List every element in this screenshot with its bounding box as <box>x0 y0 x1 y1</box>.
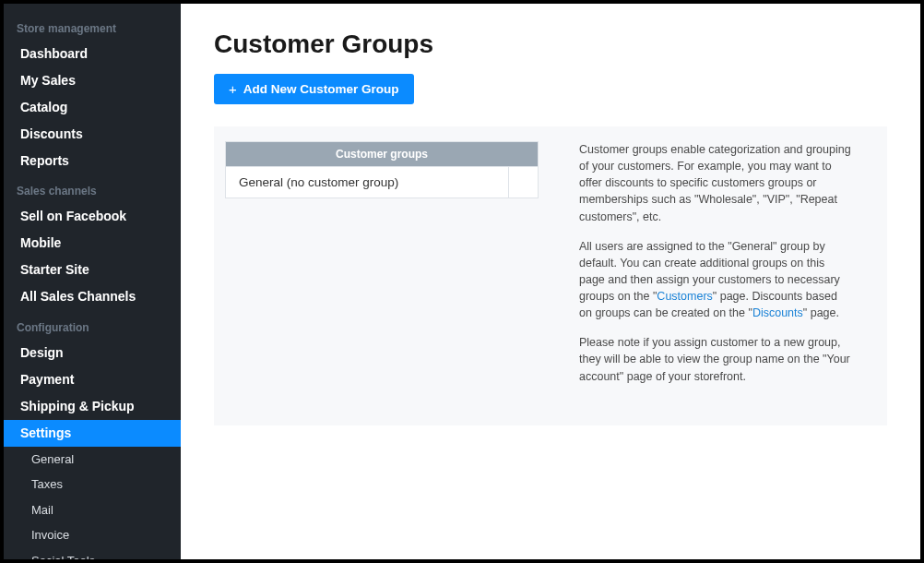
add-button-label: Add New Customer Group <box>243 82 399 96</box>
group-action-cell[interactable] <box>508 167 538 198</box>
sidebar-item-shipping-pickup[interactable]: Shipping & Pickup <box>4 393 181 420</box>
page-title: Customer Groups <box>214 30 887 59</box>
sidebar-item-reports[interactable]: Reports <box>4 148 181 174</box>
sidebar-item-all-sales-channels[interactable]: All Sales Channels <box>4 283 181 310</box>
customers-link[interactable]: Customers <box>657 290 712 303</box>
groups-table-column: Customer groups General (no customer gro… <box>225 141 539 398</box>
sidebar-item-discounts[interactable]: Discounts <box>4 121 181 148</box>
add-new-customer-group-button[interactable]: + Add New Customer Group <box>214 74 414 104</box>
group-name-cell: General (no customer group) <box>226 167 508 198</box>
sidebar: Store management Dashboard My Sales Cata… <box>4 4 181 559</box>
sidebar-item-payment[interactable]: Payment <box>4 366 181 393</box>
sidebar-item-my-sales[interactable]: My Sales <box>4 67 181 94</box>
app-frame: Store management Dashboard My Sales Cata… <box>4 4 920 559</box>
sidebar-subitem-general[interactable]: General <box>4 447 181 473</box>
sidebar-header-sales-channels: Sales channels <box>4 174 181 203</box>
sidebar-subitem-social-tools[interactable]: Social Tools <box>4 548 181 559</box>
sidebar-item-mobile[interactable]: Mobile <box>4 230 181 257</box>
table-header: Customer groups <box>226 142 538 166</box>
table-row[interactable]: General (no customer group) <box>226 166 538 198</box>
info-column: Customer groups enable categorization an… <box>579 141 871 398</box>
sidebar-item-dashboard[interactable]: Dashboard <box>4 41 181 67</box>
info-paragraph-1: Customer groups enable categorization an… <box>579 141 852 225</box>
discounts-link[interactable]: Discounts <box>752 306 803 319</box>
content-row: Customer groups General (no customer gro… <box>214 126 887 425</box>
plus-icon: + <box>229 82 237 96</box>
sidebar-subitem-invoice[interactable]: Invoice <box>4 522 181 548</box>
sidebar-item-design[interactable]: Design <box>4 340 181 366</box>
sidebar-header-configuration: Configuration <box>4 310 181 340</box>
customer-groups-table: Customer groups General (no customer gro… <box>225 141 539 198</box>
sidebar-subitem-taxes[interactable]: Taxes <box>4 472 181 497</box>
sidebar-header-store-management: Store management <box>4 11 181 41</box>
info-paragraph-2: All users are assigned to the "General" … <box>579 238 852 322</box>
main-content: Customer Groups + Add New Customer Group… <box>181 4 920 559</box>
sidebar-item-catalog[interactable]: Catalog <box>4 94 181 121</box>
sidebar-item-sell-on-facebook[interactable]: Sell on Facebook <box>4 203 181 230</box>
sidebar-item-starter-site[interactable]: Starter Site <box>4 257 181 283</box>
info-text: " page. <box>803 306 839 319</box>
sidebar-subitem-mail[interactable]: Mail <box>4 497 181 523</box>
sidebar-item-settings[interactable]: Settings <box>4 420 181 447</box>
info-paragraph-3: Please note if you assign customer to a … <box>579 334 852 384</box>
